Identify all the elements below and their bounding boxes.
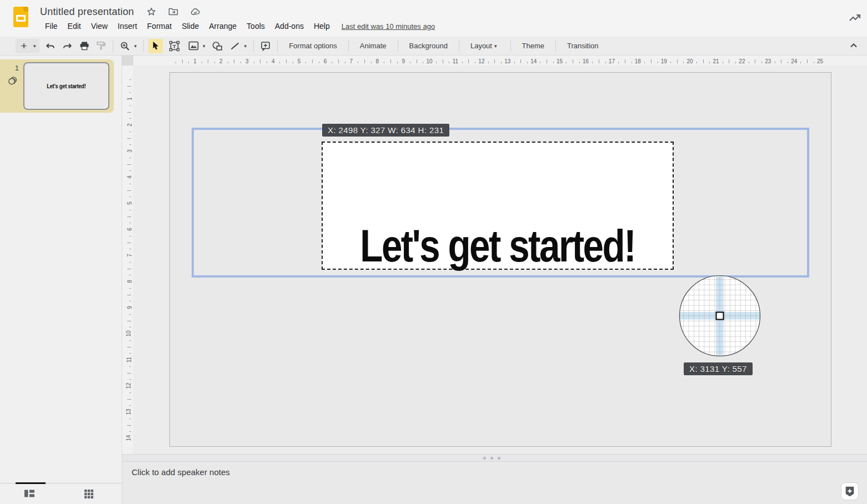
transition-indicator-icon[interactable] [7, 75, 18, 86]
redo-button[interactable] [61, 39, 75, 53]
ruler-tick [127, 112, 131, 113]
format-options-button[interactable]: Format options [282, 39, 344, 53]
menu-bar: File Edit View Insert Format Slide Arran… [40, 20, 435, 32]
select-tool-button[interactable] [148, 39, 163, 53]
insert-image-caret-icon[interactable]: ▾ [201, 43, 208, 49]
line-tool-caret-icon[interactable]: ▾ [242, 43, 249, 49]
print-button[interactable] [77, 39, 92, 53]
ruler-tick [129, 223, 131, 223]
line-tool-button[interactable] [228, 39, 242, 53]
toolbar-separator [555, 40, 556, 52]
svg-text:T: T [173, 43, 176, 49]
ruler-tick [129, 314, 131, 315]
pointer-coords-tooltip: X: 3131 Y: 557 [684, 362, 753, 375]
slide-title-text: Let's get started! [360, 224, 635, 269]
ruler-number: 9 [402, 58, 405, 64]
editing-canvas[interactable]: Let's get started! X: 2498 Y: 327 W: 634… [133, 65, 867, 454]
grid-view-button[interactable] [84, 489, 97, 500]
ruler-tick [129, 170, 131, 171]
ruler-tick [540, 62, 540, 63]
ruler-tick [703, 59, 704, 63]
ruler-number: 5 [298, 58, 301, 64]
menu-edit[interactable]: Edit [63, 21, 86, 32]
new-slide-caret-icon[interactable]: ▾ [31, 43, 38, 49]
transition-button[interactable]: Transition [560, 39, 605, 53]
new-slide-button[interactable]: + [17, 39, 31, 53]
title-textbox[interactable]: Let's get started! [322, 142, 674, 270]
ruler-number: 13 [504, 58, 510, 64]
title-row: Untitled presentation [40, 5, 201, 18]
shape-tool-button[interactable] [210, 39, 224, 53]
layout-button[interactable]: Layout▾ [464, 39, 506, 53]
ruler-tick [214, 62, 215, 63]
slide-thumbnail-row[interactable]: 1 Let's get started! [0, 59, 114, 113]
menu-addons[interactable]: Add-ons [270, 21, 309, 32]
menu-file[interactable]: File [40, 21, 63, 32]
ruler-tick [788, 62, 788, 63]
insert-image-button[interactable] [186, 39, 201, 53]
insert-comment-button[interactable] [258, 39, 273, 53]
ruler-tick [709, 62, 710, 63]
ruler-tick [632, 62, 632, 63]
slides-logo-icon[interactable] [13, 7, 28, 27]
menu-arrange[interactable]: Arrange [204, 21, 242, 32]
menu-insert[interactable]: Insert [113, 21, 142, 32]
ruler-tick [384, 62, 384, 63]
star-icon[interactable] [146, 7, 156, 17]
ruler-tick [735, 62, 736, 63]
paint-format-button[interactable] [94, 39, 108, 53]
speaker-notes-placeholder[interactable]: Click to add speaker notes [132, 467, 230, 477]
ruler-number: 8 [376, 58, 379, 64]
animate-button[interactable]: Animate [353, 39, 393, 53]
activity-trending-icon[interactable] [848, 11, 861, 24]
ruler-number: 12 [478, 58, 484, 64]
toolbar-separator [348, 40, 349, 52]
ruler-number: 3 [127, 149, 133, 153]
menu-view[interactable]: View [86, 21, 113, 32]
filmstrip-view-button[interactable] [24, 489, 37, 500]
ruler-number: 17 [609, 58, 615, 64]
menu-slide[interactable]: Slide [177, 21, 204, 32]
undo-button[interactable] [43, 39, 57, 53]
ruler-tick [501, 62, 502, 63]
zoom-caret-icon[interactable]: ▾ [132, 43, 139, 49]
cloud-saved-icon[interactable] [191, 7, 201, 17]
slides-filmstrip-panel: 1 Let's get started! [0, 56, 122, 483]
ruler-tick [182, 59, 183, 63]
ruler-tick [729, 59, 729, 63]
ruler-tick [127, 425, 131, 426]
ruler-tick [390, 59, 391, 63]
ruler-tick [436, 62, 437, 63]
explore-button[interactable] [841, 482, 859, 500]
ruler-tick [129, 353, 131, 354]
ruler-tick [228, 62, 228, 63]
ruler-tick [127, 86, 131, 87]
ruler-number: 20 [687, 58, 693, 64]
last-edit-link[interactable]: Last edit was 10 minutes ago [342, 22, 435, 31]
speaker-notes-area[interactable]: Click to add speaker notes [122, 462, 867, 504]
slide-thumbnail[interactable]: Let's get started! [23, 62, 109, 110]
ruler-tick [286, 59, 287, 63]
collapse-toolbar-button[interactable] [848, 40, 860, 52]
ruler-tick [423, 62, 423, 63]
ruler-tick [670, 62, 671, 63]
document-title[interactable]: Untitled presentation [40, 6, 134, 18]
theme-button[interactable]: Theme [515, 39, 551, 53]
background-button[interactable]: Background [403, 39, 454, 53]
menu-help[interactable]: Help [309, 21, 335, 32]
ruler-number: 5 [127, 201, 133, 205]
ruler-tick [129, 196, 131, 197]
ruler-tick [127, 216, 131, 217]
move-folder-icon[interactable] [168, 7, 178, 17]
ruler-number: 24 [791, 58, 797, 64]
ruler-number: 4 [127, 175, 133, 179]
ruler-number: 14 [126, 435, 132, 441]
ruler-tick [127, 347, 131, 347]
notes-resize-handle[interactable] [122, 454, 867, 462]
menu-tools[interactable]: Tools [242, 21, 270, 32]
ruler-tick [127, 243, 131, 243]
zoom-button[interactable] [118, 39, 132, 53]
ruler-tick [129, 144, 131, 145]
menu-format[interactable]: Format [142, 21, 177, 32]
textbox-tool-button[interactable]: T [167, 39, 182, 53]
